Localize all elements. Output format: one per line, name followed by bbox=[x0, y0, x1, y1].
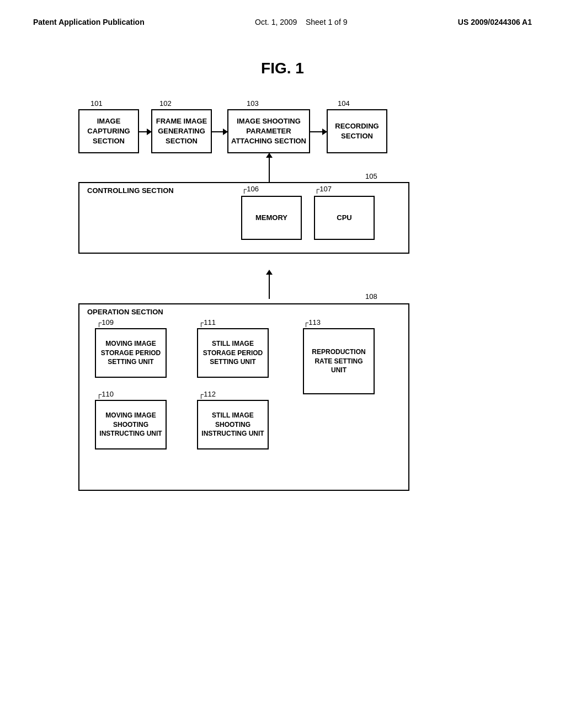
box-110: MOVING IMAGE SHOOTING INSTRUCTING UNIT bbox=[95, 400, 167, 449]
ref-107: ┌107 bbox=[315, 185, 332, 193]
ref-106: ┌106 bbox=[242, 185, 259, 193]
ref-112: ┌112 bbox=[199, 390, 216, 398]
ref-109: ┌109 bbox=[97, 318, 114, 326]
box-105-label: CONTROLLING SECTION bbox=[87, 186, 174, 195]
diagram: 101 IMAGE CAPTURING SECTION 102 FRAME IM… bbox=[45, 99, 520, 596]
box-106: MEMORY bbox=[241, 196, 302, 240]
ref-101: 101 bbox=[90, 99, 103, 108]
ref-111: ┌111 bbox=[199, 318, 216, 326]
arrow-102-103 bbox=[212, 131, 227, 132]
box-104: RECORDING SECTION bbox=[327, 109, 387, 153]
box-113: REPRODUCTION RATE SETTING UNIT bbox=[303, 328, 375, 394]
ref-103: 103 bbox=[247, 99, 259, 108]
figure-title: FIG. 1 bbox=[0, 60, 565, 77]
ref-105: 105 bbox=[365, 172, 377, 180]
arrow-control-to-op bbox=[269, 270, 270, 299]
page: Patent Application Publication Oct. 1, 2… bbox=[0, 0, 565, 728]
ref-104: 104 bbox=[338, 99, 350, 108]
header-center: Oct. 1, 2009 Sheet 1 of 9 bbox=[255, 18, 347, 26]
box-111: STILL IMAGE STORAGE PERIOD SETTING UNIT bbox=[197, 328, 269, 378]
box-109: MOVING IMAGE STORAGE PERIOD SETTING UNIT bbox=[95, 328, 167, 378]
ref-102: 102 bbox=[159, 99, 172, 108]
header: Patent Application Publication Oct. 1, 2… bbox=[0, 0, 565, 26]
header-left: Patent Application Publication bbox=[33, 18, 145, 26]
box-108-label: OPERATION SECTION bbox=[87, 308, 163, 316]
arrow-control-to-103 bbox=[269, 153, 270, 182]
arrow-101-102 bbox=[139, 131, 151, 132]
box-112: STILL IMAGE SHOOTING INSTRUCTING UNIT bbox=[197, 400, 269, 449]
ref-108: 108 bbox=[365, 292, 377, 301]
box-103: IMAGE SHOOTING PARAMETER ATTACHING SECTI… bbox=[227, 109, 310, 153]
box-102: FRAME IMAGE GENERATING SECTION bbox=[151, 109, 212, 153]
ref-110: ┌110 bbox=[97, 390, 114, 398]
arrow-103-104 bbox=[310, 131, 327, 132]
box-101: IMAGE CAPTURING SECTION bbox=[78, 109, 139, 153]
ref-113: ┌113 bbox=[303, 318, 321, 326]
box-107: CPU bbox=[314, 196, 375, 240]
header-right: US 2009/0244306 A1 bbox=[458, 18, 532, 26]
